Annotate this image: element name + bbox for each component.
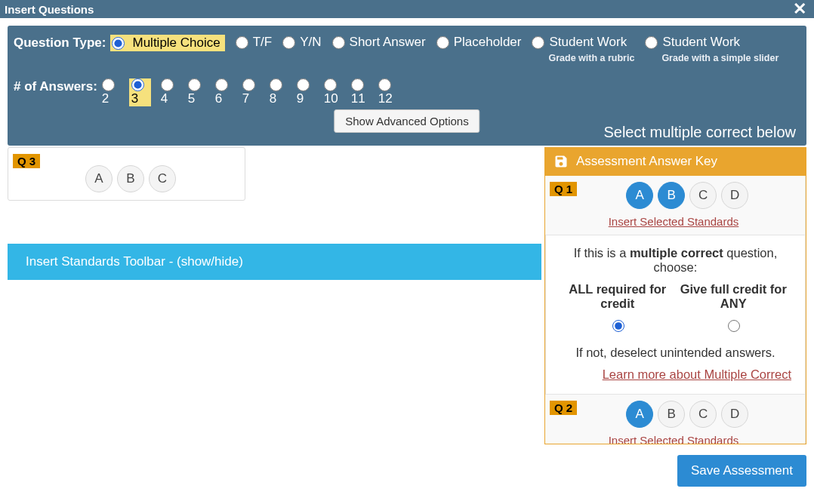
question-type-label-text: Student Work xyxy=(549,35,627,50)
num-answers-label-text: 11 xyxy=(351,91,368,106)
dialog-title: Insert Questions xyxy=(5,3,94,16)
question-type-row: Question Type: Multiple ChoiceT/FY/NShor… xyxy=(14,35,800,63)
num-answers-row: # of Answers: 23456789101112 xyxy=(14,78,800,106)
question-card: Q 3 ABC xyxy=(8,147,245,201)
answer-circle-c[interactable]: C xyxy=(689,182,717,209)
save-assessment-button[interactable]: Save Assessment xyxy=(677,455,806,487)
num-answers-label-text: 10 xyxy=(324,91,341,106)
save-row: Save Assessment xyxy=(0,444,814,494)
answer-key-scroll[interactable]: Q 1ABCDInsert Selected StandardsIf this … xyxy=(544,176,806,444)
question-type-radio-tf[interactable] xyxy=(236,36,248,49)
num-answers-option-9[interactable]: 9 xyxy=(297,78,314,106)
question-type-option-ph[interactable]: Placeholder xyxy=(436,35,522,50)
answer-circle-c[interactable]: C xyxy=(689,401,717,428)
answer-circle-b[interactable]: B xyxy=(658,401,685,428)
dialog-titlebar: Insert Questions ✕ xyxy=(0,0,814,18)
num-answers-radio-4[interactable] xyxy=(161,78,174,91)
question-type-label-text: Short Answer xyxy=(350,35,426,50)
question-type-radio-yn[interactable] xyxy=(282,36,295,49)
num-answers-option-3[interactable]: 3 xyxy=(129,78,151,106)
options-panel: Question Type: Multiple ChoiceT/FY/NShor… xyxy=(8,26,806,146)
question-type-label-text: Placeholder xyxy=(454,35,522,50)
num-answers-option-8[interactable]: 8 xyxy=(270,78,287,106)
question-type-radios: Multiple ChoiceT/FY/NShort AnswerPlaceho… xyxy=(110,35,789,63)
question-type-option-tf[interactable]: T/F xyxy=(236,35,273,50)
num-answers-radio-5[interactable] xyxy=(188,78,201,91)
mc-learn-more-link[interactable]: Learn more about Multiple Correct xyxy=(603,367,791,381)
standards-toolbar[interactable]: Insert Standards Toolbar - (show/hide) xyxy=(8,244,541,280)
mc-option-any: Give full credit for ANY xyxy=(676,282,792,335)
num-answers-radio-3[interactable] xyxy=(131,78,144,91)
question-type-radio-sw2[interactable] xyxy=(645,36,658,49)
num-answers-radio-8[interactable] xyxy=(270,78,282,91)
mc-radio-any[interactable] xyxy=(728,320,740,332)
question-type-option-sw1[interactable]: Student WorkGrade with a rubric xyxy=(532,35,634,63)
answer-circle-a[interactable]: A xyxy=(85,165,113,192)
answer-circle-b[interactable]: B xyxy=(117,165,144,192)
select-multiple-note: Select multiple correct below xyxy=(603,124,796,141)
num-answers-radio-2[interactable] xyxy=(102,78,115,91)
num-answers-option-2[interactable]: 2 xyxy=(102,78,119,106)
answer-circle-b[interactable]: B xyxy=(658,182,685,209)
num-answers-option-4[interactable]: 4 xyxy=(161,78,178,106)
num-answers-radios: 23456789101112 xyxy=(102,78,405,106)
num-answers-radio-12[interactable] xyxy=(378,78,391,91)
answer-key-item-q1: Q 1ABCDInsert Selected Standards xyxy=(545,176,806,235)
answer-key-item-q2: Q 2ABCDInsert Selected Standards xyxy=(545,395,806,444)
question-type-radio-ph[interactable] xyxy=(436,36,449,49)
answer-circle-d[interactable]: D xyxy=(721,401,748,428)
answer-circle-d[interactable]: D xyxy=(721,182,748,209)
num-answers-label-text: 6 xyxy=(215,91,233,106)
question-type-sublabel: Grade with a simple slider xyxy=(661,53,779,63)
question-type-radio-sa[interactable] xyxy=(332,36,345,49)
num-answers-label-text: 5 xyxy=(188,91,205,106)
question-type-label-text: Y/N xyxy=(300,35,321,50)
insert-standards-link[interactable]: Insert Selected Standards xyxy=(609,434,739,444)
num-answers-radio-11[interactable] xyxy=(351,78,364,91)
question-answer-circles: ABC xyxy=(85,165,237,192)
save-icon xyxy=(553,154,569,169)
num-answers-option-10[interactable]: 10 xyxy=(324,78,341,106)
mc-radio-all[interactable] xyxy=(612,320,624,332)
num-answers-option-5[interactable]: 5 xyxy=(188,78,205,106)
num-answers-radio-10[interactable] xyxy=(324,78,337,91)
insert-standards-link[interactable]: Insert Selected Standards xyxy=(609,215,739,228)
num-answers-radio-6[interactable] xyxy=(215,78,228,91)
num-answers-option-12[interactable]: 12 xyxy=(378,78,396,106)
num-answers-label-text: 3 xyxy=(131,91,149,106)
num-answers-option-11[interactable]: 11 xyxy=(351,78,368,106)
num-answers-label-text: 9 xyxy=(297,91,314,106)
question-number-tag: Q 1 xyxy=(550,182,577,196)
num-answers-radio-7[interactable] xyxy=(242,78,255,91)
question-type-option-sa[interactable]: Short Answer xyxy=(332,35,426,50)
close-icon[interactable]: ✕ xyxy=(793,2,806,16)
answer-key-header: Assessment Answer Key xyxy=(544,147,806,176)
answer-key-column: Assessment Answer Key Q 1ABCDInsert Sele… xyxy=(544,147,806,444)
question-type-label-text: Multiple Choice xyxy=(129,35,223,51)
num-answers-label: # of Answers: xyxy=(14,78,97,95)
num-answers-label-text: 2 xyxy=(102,91,119,106)
question-type-option-mc[interactable]: Multiple Choice xyxy=(110,35,224,51)
num-answers-label-text: 12 xyxy=(378,91,396,106)
question-builder-column: Q 3 ABC Insert Standards Toolbar - (show… xyxy=(8,147,544,284)
options-panel-footer: Show Advanced Options Select multiple co… xyxy=(14,109,800,141)
mc-intro: If this is a multiple correct question, … xyxy=(560,246,791,275)
answer-circle-a[interactable]: A xyxy=(626,401,653,428)
num-answers-radio-9[interactable] xyxy=(297,78,310,91)
num-answers-label-text: 4 xyxy=(161,91,178,106)
num-answers-option-6[interactable]: 6 xyxy=(215,78,233,106)
question-number-tag: Q 3 xyxy=(13,154,40,168)
question-type-radio-sw1[interactable] xyxy=(532,36,544,49)
mc-option-all: ALL required for credit xyxy=(560,282,676,335)
answer-circle-a[interactable]: A xyxy=(626,182,653,209)
question-type-radio-mc[interactable] xyxy=(112,37,125,50)
num-answers-option-7[interactable]: 7 xyxy=(242,78,260,106)
question-type-option-yn[interactable]: Y/N xyxy=(282,35,321,50)
answer-key-title: Assessment Answer Key xyxy=(576,154,717,169)
answer-circle-c[interactable]: C xyxy=(149,165,176,192)
question-type-sublabel: Grade with a rubric xyxy=(548,53,634,63)
show-advanced-options-button[interactable]: Show Advanced Options xyxy=(334,109,479,133)
question-type-option-sw2[interactable]: Student WorkGrade with a simple slider xyxy=(645,35,779,63)
question-type-label-text: Student Work xyxy=(662,35,740,50)
question-number-tag: Q 2 xyxy=(550,401,577,415)
